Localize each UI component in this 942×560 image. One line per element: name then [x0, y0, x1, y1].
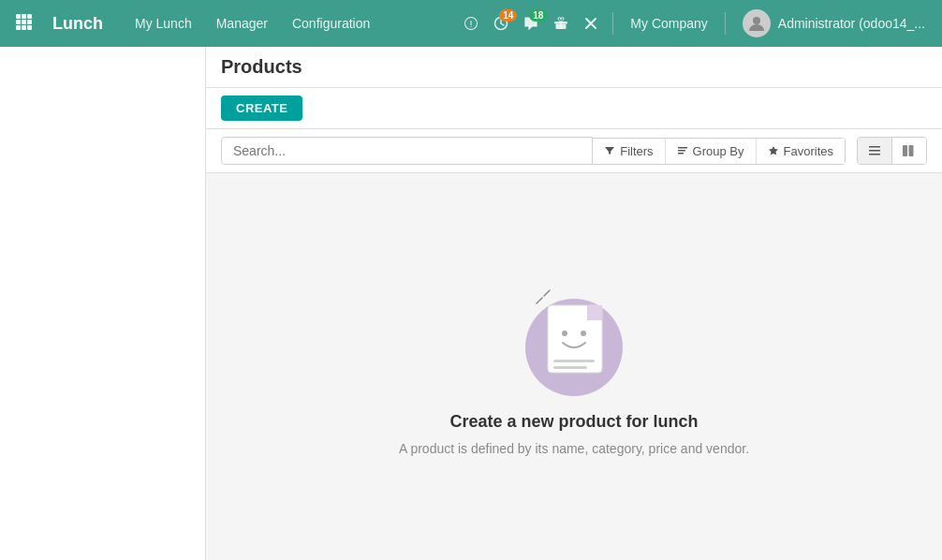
svg-rect-7 [22, 25, 26, 30]
main-content: Products CREATE Filters [206, 47, 942, 560]
action-bar: CREATE [206, 88, 942, 129]
svg-rect-5 [27, 20, 32, 24]
svg-rect-15 [678, 150, 685, 152]
chat-badge: 18 [529, 9, 547, 22]
debug-icon[interactable] [459, 11, 483, 36]
svg-rect-17 [869, 146, 880, 148]
svg-rect-20 [903, 145, 907, 156]
left-sidebar [0, 47, 206, 560]
nav-divider-2 [725, 12, 726, 35]
nav-manager[interactable]: Manager [205, 10, 279, 37]
groupby-icon [677, 145, 688, 156]
svg-point-26 [581, 331, 586, 336]
svg-rect-6 [16, 25, 21, 30]
svg-point-25 [562, 331, 567, 336]
favorites-label: Favorites [784, 144, 833, 158]
svg-rect-18 [869, 150, 880, 152]
svg-rect-28 [553, 366, 587, 369]
list-view-icon [867, 143, 882, 158]
chat-icon[interactable]: 18 [519, 11, 543, 36]
user-menu[interactable]: Administrator (odoo14_... [735, 5, 933, 42]
svg-rect-16 [678, 153, 684, 155]
empty-state: Create a new product for lunch A product… [206, 173, 942, 560]
app-logo[interactable]: Lunch [41, 14, 114, 34]
topnav-menu: My Lunch Manager Configuration [124, 10, 381, 37]
groupby-label: Group By [693, 144, 744, 158]
svg-rect-3 [16, 20, 21, 24]
company-selector[interactable]: My Company [623, 11, 714, 36]
svg-line-29 [537, 298, 542, 303]
svg-rect-19 [869, 154, 880, 155]
toolbar: Filters Group By Favorites [206, 129, 942, 173]
empty-illustration [518, 277, 630, 390]
topnav: Lunch My Lunch Manager Configuration 14 … [0, 0, 942, 47]
list-view-button[interactable] [858, 138, 892, 164]
kanban-view-button[interactable] [892, 138, 926, 164]
svg-rect-27 [553, 360, 595, 362]
user-name: Administrator (odoo14_... [778, 16, 925, 31]
empty-title: Create a new product for lunch [449, 412, 698, 432]
filters-label: Filters [620, 144, 653, 158]
favorites-icon [768, 145, 779, 156]
avatar [743, 9, 771, 37]
apps-icon[interactable] [9, 7, 37, 40]
svg-rect-2 [27, 14, 32, 19]
clock-icon[interactable]: 14 [489, 11, 513, 36]
svg-point-13 [753, 17, 760, 24]
kanban-view-icon [902, 143, 917, 158]
view-switcher [857, 137, 927, 165]
svg-rect-21 [909, 145, 914, 156]
nav-divider [612, 12, 613, 35]
page-header: Products [206, 47, 942, 88]
create-button[interactable]: CREATE [221, 96, 302, 121]
toolbar-actions: Filters Group By Favorites [593, 138, 846, 165]
empty-subtitle: A product is defined by its name, catego… [399, 441, 749, 456]
nav-configuration[interactable]: Configuration [281, 10, 381, 37]
svg-rect-0 [16, 14, 21, 19]
gift-icon[interactable] [549, 11, 573, 36]
page-title: Products [221, 56, 302, 78]
page-container: Products CREATE Filters [0, 47, 942, 560]
close-icon[interactable] [579, 11, 603, 36]
topnav-icons: 14 18 My Company [459, 5, 933, 42]
clock-badge: 14 [499, 9, 517, 22]
svg-rect-14 [678, 147, 687, 149]
favorites-button[interactable]: Favorites [757, 139, 845, 164]
svg-rect-8 [27, 25, 32, 30]
nav-my-lunch[interactable]: My Lunch [124, 10, 203, 37]
svg-rect-1 [22, 14, 26, 19]
filter-icon [604, 145, 615, 156]
svg-rect-4 [22, 20, 26, 24]
svg-line-30 [544, 290, 550, 296]
groupby-button[interactable]: Group By [666, 139, 757, 164]
search-input[interactable] [221, 137, 593, 165]
svg-rect-24 [587, 305, 602, 320]
filters-button[interactable]: Filters [593, 139, 665, 164]
